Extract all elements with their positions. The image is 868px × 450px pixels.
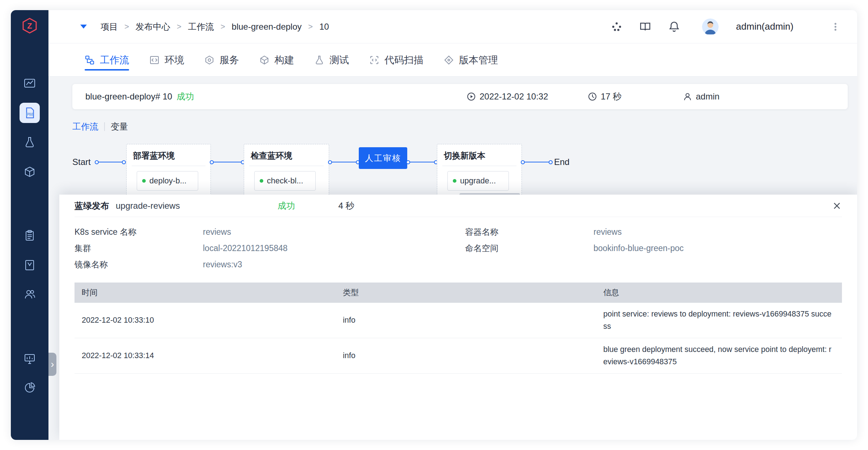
breadcrumb-item-projects[interactable]: 项目 (101, 21, 118, 33)
sidebar-item-projects[interactable]: PM (20, 103, 40, 123)
sidebar-item-users[interactable] (24, 288, 36, 300)
tab-workflow[interactable]: 工作流 (85, 43, 129, 76)
breadcrumb-item-release-center[interactable]: 发布中心 (136, 21, 170, 33)
field-label: 镜像名称 (75, 259, 203, 270)
tab-label: 服务 (220, 54, 239, 67)
workflow-start-label: Start (72, 157, 91, 167)
username[interactable]: admin(admin) (736, 21, 793, 32)
chart-icon (24, 77, 36, 90)
panel-subtitle: upgrade-reviews (116, 201, 180, 211)
code-scan-icon (369, 55, 379, 65)
breadcrumb-item-workflow-name[interactable]: blue-green-deploy (232, 22, 302, 32)
table-row: 2022-12-02 10:33:14 info blue green depl… (75, 338, 842, 374)
breadcrumb-separator: > (177, 22, 182, 31)
job-status-dot (453, 179, 456, 183)
column-header-message: 信息 (596, 287, 842, 298)
topbar: 项目 > 发布中心 > 工作流 > blue-green-deploy > 10 (48, 10, 857, 43)
cell-message: point service: reviews to deployment: re… (596, 308, 842, 333)
stage-title: 部署蓝环境 (132, 144, 205, 166)
breadcrumb: 项目 > 发布中心 > 工作流 > blue-green-deploy > 10 (101, 21, 329, 33)
breadcrumb-item-workflows[interactable]: 工作流 (188, 21, 214, 33)
tab-label: 工作流 (100, 54, 129, 67)
cell-time: 2022-12-02 10:33:14 (75, 351, 336, 360)
tab-label: 版本管理 (459, 54, 498, 67)
panel-duration: 4 秒 (338, 200, 354, 212)
subtab-variables[interactable]: 变量 (111, 121, 128, 132)
apps-icon[interactable] (611, 21, 622, 33)
tab-code-scan[interactable]: 代码扫描 (369, 43, 424, 76)
project-dropdown-caret-icon[interactable] (80, 25, 87, 29)
close-icon[interactable] (832, 201, 842, 211)
panel-title: 蓝绿发布 (75, 200, 109, 212)
breadcrumb-item-run-number: 10 (319, 22, 329, 32)
workflow-connector (211, 162, 244, 162)
sidebar-item-artifacts[interactable] (24, 166, 36, 178)
tabbar: 工作流 环境 服务 构建 (48, 43, 857, 77)
run-status-badge: 成功 (176, 91, 194, 102)
job-deploy-blue[interactable]: deploy-b... (137, 171, 198, 191)
job-detail-panel: 蓝绿发布 upgrade-reviews 成功 4 秒 K8s service … (59, 195, 857, 440)
run-duration: 17 秒 (588, 91, 621, 102)
sidebar-item-tests[interactable] (24, 136, 36, 148)
sidebar-item-dashboard[interactable] (24, 353, 36, 365)
cell-type: info (336, 316, 596, 325)
run-operator: admin (683, 92, 719, 102)
manual-approval-node[interactable]: 人工审核 (359, 147, 407, 169)
breadcrumb-separator: > (308, 22, 313, 31)
tab-build[interactable]: 构建 (259, 43, 294, 76)
docs-icon[interactable] (639, 21, 651, 33)
main-area: 项目 > 发布中心 > 工作流 > blue-green-deploy > 10 (48, 10, 857, 440)
sidebar-item-checklist[interactable] (24, 229, 36, 242)
job-check-blue[interactable]: check-bl... (254, 171, 316, 191)
tab-label: 环境 (165, 54, 184, 67)
column-header-type: 类型 (336, 287, 596, 298)
field-value: reviews:v3 (203, 260, 465, 269)
dashboard-icon (24, 353, 36, 365)
job-label: deploy-b... (149, 176, 187, 186)
workflow-end-label: End (554, 157, 570, 167)
run-name: blue-green-deploy# 10 (85, 92, 172, 102)
users-icon (24, 288, 36, 300)
tab-test[interactable]: 测试 (314, 43, 349, 76)
sidebar-item-insights[interactable] (24, 382, 36, 394)
workflow-connector (522, 162, 552, 162)
pie-chart-icon (24, 382, 36, 394)
play-circle-icon (467, 92, 476, 101)
cell-type: info (336, 351, 596, 360)
field-label: 容器名称 (465, 226, 593, 238)
tab-label: 构建 (275, 54, 294, 67)
avatar[interactable] (702, 18, 719, 35)
panel-header: 蓝绿发布 upgrade-reviews 成功 4 秒 (75, 195, 842, 217)
kebab-menu-icon[interactable] (830, 22, 841, 32)
job-upgrade[interactable]: upgrade... (447, 171, 509, 191)
run-duration-value: 17 秒 (601, 91, 621, 102)
zadig-logo[interactable]: Z (21, 17, 38, 35)
workflow-icon (85, 55, 95, 65)
active-item-label: PM (26, 112, 33, 116)
field-label: 集群 (75, 243, 203, 254)
clock-icon (588, 92, 597, 101)
app-window: Z PM (11, 10, 857, 440)
bell-icon[interactable] (668, 21, 680, 33)
workflow-connector (96, 162, 125, 162)
field-label: K8s service 名称 (75, 226, 203, 238)
sidebar-item-monitor[interactable] (24, 77, 36, 90)
sidebar-item-handbook[interactable] (24, 259, 36, 271)
field-label: 命名空间 (465, 243, 593, 254)
job-status-dot (260, 179, 263, 183)
cell-message: blue green deployment succeed, now servi… (596, 343, 842, 368)
version-icon (444, 55, 454, 65)
clipboard-icon (24, 229, 36, 242)
tab-version-management[interactable]: 版本管理 (444, 43, 498, 76)
logo-letter: Z (27, 21, 32, 30)
topbar-actions: admin(admin) (611, 18, 841, 35)
test-icon (314, 55, 324, 65)
subtab-workflow[interactable]: 工作流 (72, 121, 98, 132)
project-doc-icon: PM (23, 106, 36, 119)
job-status-dot (142, 179, 146, 183)
sidebar-collapse-handle[interactable]: › (48, 353, 56, 376)
column-header-time: 时间 (75, 287, 336, 298)
tab-service[interactable]: 服务 (204, 43, 239, 76)
breadcrumb-separator: > (124, 22, 129, 31)
tab-environment[interactable]: 环境 (149, 43, 184, 76)
